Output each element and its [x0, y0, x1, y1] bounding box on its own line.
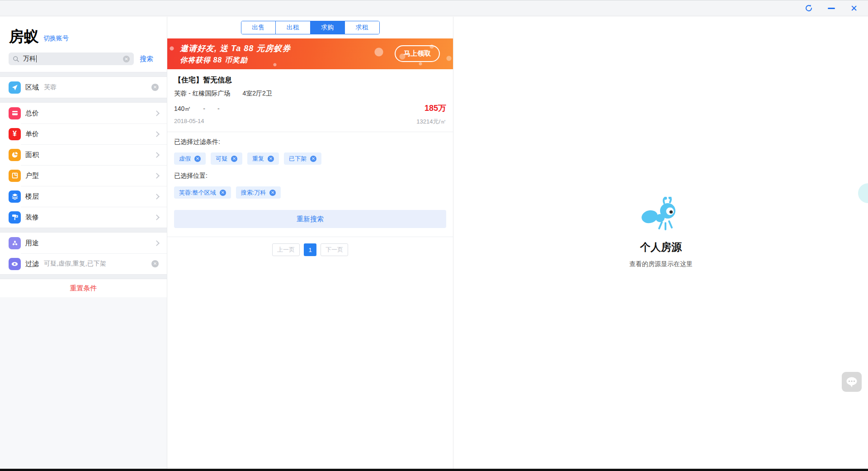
chevron-right-icon: [154, 194, 160, 200]
chevron-right-icon: [154, 214, 160, 220]
sidebar-item-floor[interactable]: 楼层: [0, 186, 167, 207]
tag-remove-icon[interactable]: ✕: [269, 190, 276, 196]
switch-account-link[interactable]: 切换账号: [43, 34, 69, 45]
search-clear-icon[interactable]: ✕: [123, 56, 130, 62]
filter-label: 过滤: [25, 260, 39, 268]
listing-location: 芙蓉 - 红橡国际广场: [174, 90, 230, 98]
filter-tag[interactable]: 已下架 ✕: [284, 152, 321, 165]
prev-page-button[interactable]: 上一页: [272, 243, 300, 256]
search-button[interactable]: 搜索: [140, 55, 153, 63]
next-page-button[interactable]: 下一页: [321, 243, 348, 256]
chevron-right-icon: [154, 131, 160, 137]
region-clear-icon[interactable]: ✕: [151, 84, 159, 91]
sidebar-item-layout[interactable]: 户型: [0, 165, 167, 186]
titlebar: ✕: [0, 0, 868, 16]
position-tag[interactable]: 芙蓉:整个区域 ✕: [174, 186, 231, 199]
layout-floorplan-icon: [9, 170, 21, 182]
search-icon: [13, 56, 19, 62]
filter-tag-label: 可疑: [216, 155, 227, 163]
claim-now-button[interactable]: 马上领取: [395, 45, 440, 62]
listing-layout: 4室2厅2卫: [242, 90, 272, 98]
tab-seek-buy[interactable]: 求购: [310, 21, 345, 34]
listing-column: 出售 出租 求购 求租 邀请好友, 送 Ta 88 元房蚁券 你将获得 88 币…: [167, 17, 453, 469]
sidebar-item-decoration[interactable]: 装修: [0, 207, 167, 228]
tag-remove-icon[interactable]: ✕: [194, 156, 201, 162]
usage-label: 用途: [25, 239, 39, 247]
position-tag[interactable]: 搜索:万科 ✕: [236, 186, 281, 199]
promo-banner[interactable]: 邀请好友, 送 Ta 88 元房蚁券 你将获得 88 币奖励 马上领取: [167, 38, 453, 69]
chevron-right-icon: [154, 152, 160, 158]
tab-seek-rent[interactable]: 求租: [344, 21, 379, 34]
listing-type-tabs: 出售 出租 求购 求租: [241, 21, 380, 34]
sidebar-item-usage[interactable]: 用途: [0, 233, 167, 253]
selected-filters-title: 已选择过滤条件:: [174, 138, 446, 146]
app-logo: 房蚁: [9, 29, 39, 45]
filter-value: 可疑,虚假,重复,已下架: [44, 260, 106, 268]
reset-row: 重置条件: [0, 279, 167, 297]
listing-card[interactable]: 【住宅】暂无信息 芙蓉 - 红橡国际广场 4室2厅2卫 140㎡ - - 185…: [167, 69, 453, 132]
search-input[interactable]: 万科 ✕: [9, 52, 134, 65]
sidebar: 房蚁 切换账号 万科 ✕ 搜索 区域 芙蓉 ✕ 总价 ¥ 单价: [0, 17, 167, 469]
filter-tag-row: 虚假 ✕ 可疑 ✕ 重复 ✕ 已下架 ✕: [174, 152, 446, 165]
sidebar-item-filter[interactable]: 过滤 可疑,虚假,重复,已下架 ✕: [0, 253, 167, 274]
tag-remove-icon[interactable]: ✕: [310, 156, 316, 162]
listing-date: 2018-05-14: [174, 118, 204, 126]
tab-sell[interactable]: 出售: [241, 21, 276, 34]
filter-tag[interactable]: 虚假 ✕: [174, 152, 206, 165]
empty-state-subtitle: 查看的房源显示在这里: [629, 260, 693, 268]
sidebar-item-region[interactable]: 区域 芙蓉 ✕: [0, 77, 167, 98]
area-pie-icon: [9, 149, 21, 161]
text-caret: [36, 55, 37, 62]
chat-button[interactable]: [842, 372, 862, 392]
pagination: 上一页 1 下一页: [167, 237, 453, 262]
tag-remove-icon[interactable]: ✕: [231, 156, 237, 162]
filter-eye-icon: [9, 258, 21, 270]
research-button[interactable]: 重新搜索: [174, 210, 446, 228]
search-value: 万科: [23, 55, 36, 63]
sidebar-item-unit-price[interactable]: ¥ 单价: [0, 124, 167, 144]
group-divider: [0, 274, 167, 279]
filter-tag-label: 已下架: [289, 155, 307, 163]
selected-filters-section: 已选择过滤条件: 虚假 ✕ 可疑 ✕ 重复 ✕ 已下架 ✕ 已选择位置: 芙蓉:…: [167, 132, 453, 205]
ant-icon: [640, 197, 682, 231]
tab-rent-out[interactable]: 出租: [275, 21, 310, 34]
current-page-button[interactable]: 1: [304, 243, 316, 256]
sidebar-item-area[interactable]: 面积: [0, 144, 167, 165]
tag-remove-icon[interactable]: ✕: [268, 156, 274, 162]
reset-conditions-button[interactable]: 重置条件: [70, 284, 97, 293]
refresh-icon[interactable]: [804, 3, 814, 13]
listing-dash: -: [203, 105, 205, 112]
area-label: 面积: [25, 151, 39, 159]
usage-share-icon: [9, 237, 21, 249]
group-divider: [0, 228, 167, 233]
selected-position-title: 已选择位置:: [174, 172, 446, 180]
floor-layers-icon: [9, 190, 21, 203]
layout-label: 户型: [25, 171, 39, 180]
empty-state: 个人房源 查看的房源显示在这里: [629, 197, 693, 268]
floor-label: 楼层: [25, 192, 39, 201]
group-divider: [0, 98, 167, 103]
close-icon[interactable]: ✕: [849, 3, 859, 13]
sidebar-item-total-price[interactable]: 总价: [0, 103, 167, 124]
filter-clear-icon[interactable]: ✕: [151, 260, 159, 267]
search-row: 万科 ✕ 搜索: [0, 45, 167, 72]
total-price-label: 总价: [25, 109, 39, 118]
unit-price-yen-icon: ¥: [9, 128, 21, 140]
window-bottom-edge: [0, 469, 868, 471]
minimize-icon[interactable]: [826, 3, 836, 13]
banner-line1: 邀请好友, 送 Ta 88 元房蚁券: [180, 43, 291, 54]
banner-line2: 你将获得 88 币奖励: [180, 56, 248, 65]
decoration-label: 装修: [25, 213, 39, 222]
region-plane-icon: [9, 81, 21, 94]
tag-remove-icon[interactable]: ✕: [220, 190, 226, 196]
window-controls: ✕: [804, 0, 859, 16]
listing-area: 140㎡: [174, 105, 191, 113]
filter-tag-label: 重复: [252, 155, 264, 163]
region-value: 芙蓉: [44, 83, 57, 91]
listing-title: 【住宅】暂无信息: [174, 76, 446, 85]
position-tag-label: 芙蓉:整个区域: [179, 189, 216, 197]
filter-tag[interactable]: 重复 ✕: [247, 152, 279, 165]
listing-dash: -: [217, 105, 220, 112]
chevron-right-icon: [154, 240, 160, 246]
filter-tag[interactable]: 可疑 ✕: [211, 152, 242, 165]
